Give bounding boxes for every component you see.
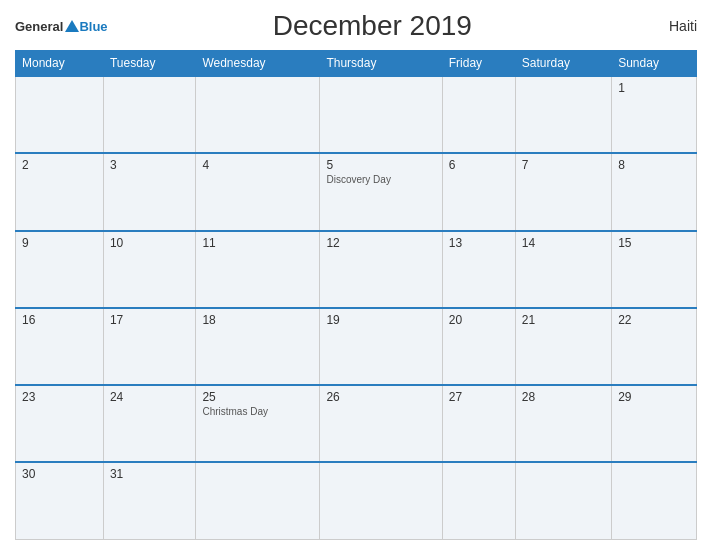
calendar-cell: 6	[442, 153, 515, 230]
day-number: 27	[449, 390, 509, 404]
weekday-thursday: Thursday	[320, 51, 442, 77]
calendar-week-1: 2345Discovery Day678	[16, 153, 697, 230]
logo: General Blue	[15, 20, 108, 33]
weekday-tuesday: Tuesday	[103, 51, 195, 77]
calendar-body: 12345Discovery Day6789101112131415161718…	[16, 76, 697, 540]
calendar-cell: 18	[196, 308, 320, 385]
calendar-week-5: 3031	[16, 462, 697, 539]
day-number: 16	[22, 313, 97, 327]
calendar-cell: 28	[515, 385, 611, 462]
calendar-cell	[515, 462, 611, 539]
calendar-cell: 7	[515, 153, 611, 230]
day-number: 11	[202, 236, 313, 250]
calendar-cell: 14	[515, 231, 611, 308]
calendar-cell	[612, 462, 697, 539]
logo-general-text: General	[15, 20, 63, 33]
day-number: 28	[522, 390, 605, 404]
calendar-cell: 4	[196, 153, 320, 230]
weekday-sunday: Sunday	[612, 51, 697, 77]
weekday-wednesday: Wednesday	[196, 51, 320, 77]
weekday-header: MondayTuesdayWednesdayThursdayFridaySatu…	[16, 51, 697, 77]
day-number: 5	[326, 158, 435, 172]
calendar-cell: 13	[442, 231, 515, 308]
calendar-cell: 24	[103, 385, 195, 462]
calendar-cell: 17	[103, 308, 195, 385]
day-number: 3	[110, 158, 189, 172]
calendar-cell	[442, 76, 515, 153]
day-number: 17	[110, 313, 189, 327]
day-number: 14	[522, 236, 605, 250]
calendar-cell: 29	[612, 385, 697, 462]
day-number: 29	[618, 390, 690, 404]
calendar-cell	[196, 462, 320, 539]
calendar-cell: 10	[103, 231, 195, 308]
calendar-cell: 9	[16, 231, 104, 308]
calendar-cell	[320, 462, 442, 539]
calendar-cell: 25Christmas Day	[196, 385, 320, 462]
weekday-friday: Friday	[442, 51, 515, 77]
day-number: 22	[618, 313, 690, 327]
day-number: 30	[22, 467, 97, 481]
calendar-cell: 31	[103, 462, 195, 539]
calendar-cell	[103, 76, 195, 153]
day-number: 10	[110, 236, 189, 250]
calendar-cell: 16	[16, 308, 104, 385]
weekday-saturday: Saturday	[515, 51, 611, 77]
calendar-cell	[442, 462, 515, 539]
logo-triangle-icon	[65, 20, 79, 32]
calendar-week-0: 1	[16, 76, 697, 153]
calendar-cell: 5Discovery Day	[320, 153, 442, 230]
calendar-table: MondayTuesdayWednesdayThursdayFridaySatu…	[15, 50, 697, 540]
calendar-week-2: 9101112131415	[16, 231, 697, 308]
calendar-cell: 1	[612, 76, 697, 153]
calendar-cell	[320, 76, 442, 153]
calendar-page: General Blue December 2019 Haiti MondayT…	[0, 0, 712, 550]
calendar-cell: 26	[320, 385, 442, 462]
calendar-title: December 2019	[108, 10, 637, 42]
calendar-cell	[196, 76, 320, 153]
day-number: 18	[202, 313, 313, 327]
day-number: 9	[22, 236, 97, 250]
calendar-cell: 30	[16, 462, 104, 539]
day-number: 25	[202, 390, 313, 404]
calendar-header-row: MondayTuesdayWednesdayThursdayFridaySatu…	[16, 51, 697, 77]
day-number: 21	[522, 313, 605, 327]
day-number: 1	[618, 81, 690, 95]
country-label: Haiti	[637, 18, 697, 34]
calendar-cell: 20	[442, 308, 515, 385]
day-number: 8	[618, 158, 690, 172]
calendar-cell: 12	[320, 231, 442, 308]
day-number: 6	[449, 158, 509, 172]
calendar-cell: 15	[612, 231, 697, 308]
calendar-cell: 8	[612, 153, 697, 230]
calendar-header: General Blue December 2019 Haiti	[15, 10, 697, 42]
day-number: 15	[618, 236, 690, 250]
calendar-cell: 22	[612, 308, 697, 385]
calendar-cell	[16, 76, 104, 153]
day-number: 7	[522, 158, 605, 172]
day-number: 4	[202, 158, 313, 172]
holiday-label: Christmas Day	[202, 406, 313, 417]
calendar-cell: 27	[442, 385, 515, 462]
weekday-monday: Monday	[16, 51, 104, 77]
calendar-cell: 2	[16, 153, 104, 230]
logo-blue-text: Blue	[79, 20, 107, 33]
day-number: 20	[449, 313, 509, 327]
calendar-cell: 21	[515, 308, 611, 385]
calendar-cell: 3	[103, 153, 195, 230]
calendar-cell	[515, 76, 611, 153]
day-number: 31	[110, 467, 189, 481]
day-number: 2	[22, 158, 97, 172]
day-number: 26	[326, 390, 435, 404]
calendar-week-3: 16171819202122	[16, 308, 697, 385]
day-number: 24	[110, 390, 189, 404]
calendar-cell: 19	[320, 308, 442, 385]
calendar-cell: 11	[196, 231, 320, 308]
day-number: 19	[326, 313, 435, 327]
day-number: 13	[449, 236, 509, 250]
holiday-label: Discovery Day	[326, 174, 435, 185]
day-number: 23	[22, 390, 97, 404]
calendar-cell: 23	[16, 385, 104, 462]
day-number: 12	[326, 236, 435, 250]
calendar-week-4: 232425Christmas Day26272829	[16, 385, 697, 462]
